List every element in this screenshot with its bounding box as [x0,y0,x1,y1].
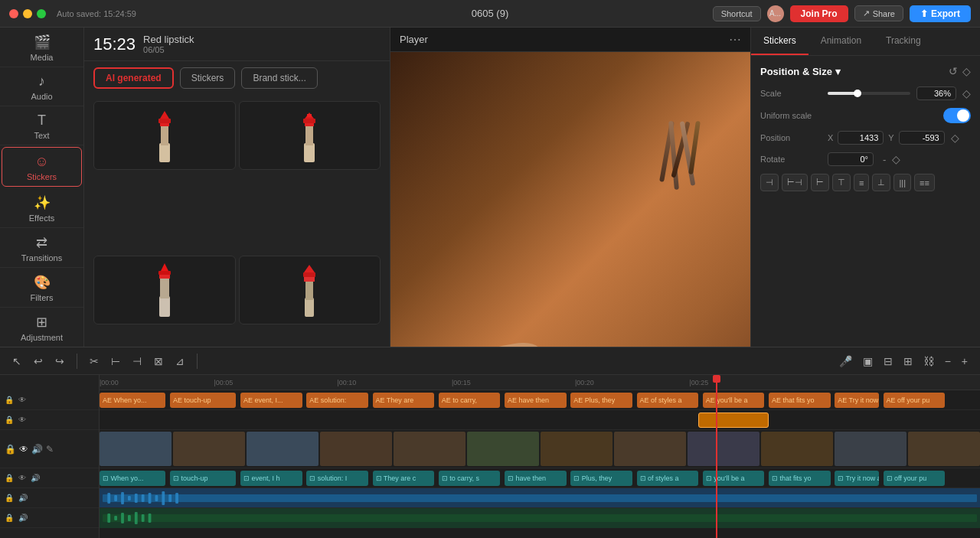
tab-stickers[interactable]: Stickers [751,28,808,55]
thumb-1[interactable] [100,432,172,466]
caption-clip-10[interactable]: AE you'll be a [703,393,765,408]
sidebar-item-effects[interactable]: ✨ Effects [0,188,83,228]
thumb-2[interactable] [173,432,245,466]
tl-zoom-out-button[interactable]: − [942,354,954,369]
sticker-cell-1[interactable] [93,101,236,170]
pos-x-input[interactable] [838,131,884,145]
align-top-button[interactable]: ⊤ [832,174,851,191]
share-button[interactable]: ↗ Share [854,5,903,21]
ai-generated-button[interactable]: AI generated [93,67,174,89]
sticker-cell-2[interactable] [239,101,381,170]
caption-clip-3[interactable]: AE event, I... [240,393,302,408]
tl-merge-button[interactable]: ⊟ [880,354,896,369]
thumb-8[interactable] [614,432,686,466]
audio-record-button[interactable]: 🎤 [836,354,855,369]
tl-clip-button[interactable]: ▣ [860,354,876,369]
sticker-clip-selected[interactable] [698,412,769,428]
caption-clip-13[interactable]: AE off your pu [884,393,946,408]
sticker-cell-3[interactable] [93,256,236,324]
audio-cap-11[interactable]: ⊡ that fits yo [769,471,831,486]
scale-value-input[interactable] [916,86,956,100]
tl-zoom-in-button[interactable]: + [959,354,971,369]
sidebar-item-filters[interactable]: 🎨 Filters [0,268,83,308]
caption-clip-11[interactable]: AE that fits yo [769,393,831,408]
audio-cap-6[interactable]: ⊡ to carry, s [439,471,501,486]
align-center-v-button[interactable]: ≡ [854,174,869,191]
crop-button[interactable]: ⊿ [172,354,188,369]
thumb-5[interactable] [394,432,466,466]
caption-clip-6[interactable]: AE to carry, [439,393,501,408]
keyframe-icon-button[interactable]: ◇ [962,65,971,77]
audio-cap-4[interactable]: ⊡ solution: I [306,471,368,486]
thumb-7[interactable] [541,432,612,466]
align-right-button[interactable]: ⊢ [811,174,829,191]
close-button[interactable] [9,9,18,18]
join-pro-button[interactable]: Join Pro [790,5,848,22]
thumb-9[interactable] [688,432,760,466]
align-left-button[interactable]: ⊣ [760,174,779,191]
trim-left-button[interactable]: ⊢ [108,354,123,369]
sidebar-item-media[interactable]: 🎬 Media [0,28,83,67]
audio-cap-3[interactable]: ⊡ event, I h [240,471,302,486]
thumb-4[interactable] [320,432,392,466]
export-button[interactable]: ⬆ Export [910,5,971,22]
timeline-redo-button[interactable]: ↪ [52,354,67,369]
sidebar-item-adjustment[interactable]: ⊞ Adjustment [0,308,83,347]
rotate-keyframe-button[interactable]: ◇ [892,153,900,165]
tl-detach-button[interactable]: ⊞ [900,354,916,369]
tab-tracking[interactable]: Tracking [874,28,933,55]
scale-keyframe-button[interactable]: ◇ [962,87,971,99]
caption-clip-2[interactable]: AE touch-up [170,393,236,408]
thumb-6[interactable] [467,432,539,466]
rotate-input[interactable] [828,152,874,166]
thumb-10[interactable] [761,432,833,466]
caption-clip-8[interactable]: AE Plus, they [570,393,632,408]
distribute-h-button[interactable]: ||| [893,174,911,191]
audio-cap-13[interactable]: ⊡ off your pu [884,471,946,486]
caption-clip-7[interactable]: AE have then [505,393,567,408]
user-avatar[interactable]: A... [767,5,784,22]
trim-right-button[interactable]: ⊣ [129,354,145,369]
brand-stickers-button[interactable]: Brand stick... [241,67,317,89]
audio-cap-10[interactable]: ⊡ you'll be a [703,471,765,486]
audio-cap-12[interactable]: ⊡ Try it now a [835,471,879,486]
timeline-undo-button[interactable]: ↩ [31,354,46,369]
pos-y-input[interactable] [899,131,945,145]
audio-cap-7[interactable]: ⊡ have then [505,471,567,486]
split-button[interactable]: ✂ [87,354,102,369]
sticker-cell-4[interactable] [239,256,381,324]
sidebar-item-audio[interactable]: ♪ Audio [0,67,83,106]
caption-clip-12[interactable]: AE Try it now [835,393,879,408]
audio-cap-5[interactable]: ⊡ They are c [373,471,435,486]
thumb-3[interactable] [247,432,318,466]
audio-cap-2[interactable]: ⊡ touch-up [170,471,236,486]
thumb-12[interactable] [908,432,980,466]
thumb-11[interactable] [835,432,906,466]
caption-clip-5[interactable]: AE They are [373,393,435,408]
scale-slider-thumb[interactable] [854,90,861,97]
tl-link-button[interactable]: ⛓ [920,354,937,369]
align-center-h-button[interactable]: ⊢⊣ [782,174,808,191]
player-menu-button[interactable]: ⋯ [729,32,741,47]
scale-slider[interactable] [828,92,910,95]
caption-clip-4[interactable]: AE solution: [306,393,368,408]
stickers-panel-button[interactable]: Stickers [180,67,236,89]
delete-button[interactable]: ⊠ [151,354,166,369]
audio-cap-1[interactable]: ⊡ When yo... [100,471,165,486]
maximize-button[interactable] [37,9,46,18]
position-keyframe-button[interactable]: ◇ [951,132,959,144]
sidebar-item-text[interactable]: T Text [0,106,83,145]
caption-clip-9[interactable]: AE of styles a [637,393,699,408]
timeline-cursor-button[interactable]: ↖ [9,354,24,369]
sidebar-item-transitions[interactable]: ⇄ Transitions [0,228,83,268]
align-bottom-button[interactable]: ⊥ [872,174,890,191]
tab-animation[interactable]: Animation [808,28,874,55]
minimize-button[interactable] [23,9,32,18]
distribute-v-button[interactable]: ≡≡ [914,174,935,191]
sidebar-item-stickers[interactable]: ☺ Stickers [2,147,82,187]
playhead[interactable] [716,375,717,538]
audio-cap-9[interactable]: ⊡ of styles a [637,471,699,486]
shortcut-button[interactable]: Shortcut [713,6,761,21]
reset-icon-button[interactable]: ↺ [949,65,958,77]
uniform-scale-switch[interactable] [943,108,971,123]
